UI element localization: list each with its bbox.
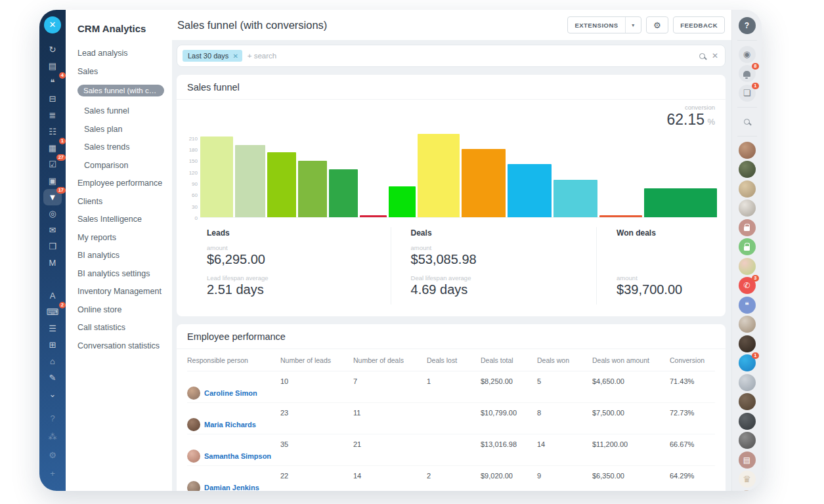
- automation-target-rail-item[interactable]: ◎: [43, 205, 62, 222]
- devices-rail-item[interactable]: ⌨ 2: [43, 304, 62, 320]
- column-header[interactable]: Responsible person: [187, 356, 280, 364]
- nav-item-sales-plan[interactable]: Sales plan: [84, 125, 167, 134]
- funnel-bar[interactable]: [418, 134, 460, 217]
- copilot-icon[interactable]: ◉: [739, 46, 756, 63]
- search-input[interactable]: + search: [248, 52, 699, 60]
- feedback-button[interactable]: FEEDBACK: [673, 16, 725, 33]
- column-header[interactable]: Number of deals: [353, 356, 427, 364]
- column-header[interactable]: Deals won: [537, 356, 592, 364]
- mail-rail-item[interactable]: ✉: [43, 222, 62, 238]
- group-chat-icon[interactable]: ❝: [739, 297, 756, 314]
- chat-icon[interactable]: ❏1: [739, 85, 756, 102]
- avatar[interactable]: [739, 180, 756, 198]
- nav-item-call-statistics[interactable]: Call statistics: [77, 323, 167, 332]
- person-link[interactable]: Maria Richards: [204, 421, 256, 429]
- avatar[interactable]: [739, 316, 756, 333]
- avatar[interactable]: [739, 258, 756, 275]
- sign-rail-item[interactable]: ❒: [43, 238, 62, 255]
- chip-close-icon[interactable]: ✕: [232, 52, 238, 60]
- documents-rail-item[interactable]: ≣: [43, 107, 62, 123]
- funnel-bar[interactable]: [200, 136, 233, 217]
- nav-item-lead-analysis[interactable]: Lead analysis: [77, 49, 167, 58]
- funnel-bar[interactable]: [389, 186, 416, 217]
- column-header[interactable]: Deals lost: [427, 356, 481, 364]
- column-header[interactable]: Deals won amount: [592, 356, 670, 364]
- settings-button[interactable]: ⚙: [646, 16, 668, 33]
- private-chat-lock-icon[interactable]: [739, 219, 756, 236]
- funnel-bar[interactable]: [360, 215, 387, 217]
- funnel-bar[interactable]: [329, 169, 358, 217]
- nav-item-clients[interactable]: Clients: [77, 197, 167, 206]
- private-chat-lock-icon[interactable]: [739, 238, 756, 255]
- column-header[interactable]: Deals total: [481, 356, 537, 364]
- column-header[interactable]: Conversion: [670, 356, 715, 364]
- market-rail-item[interactable]: M: [43, 255, 62, 271]
- extensions-button[interactable]: EXTENSIONS ▼: [567, 16, 641, 33]
- nav-item-inventory-management[interactable]: Inventory Management: [77, 287, 167, 296]
- avatar[interactable]: [739, 490, 756, 492]
- filter-chip[interactable]: Last 30 days ✕: [183, 50, 242, 62]
- collapse-rail-item[interactable]: ⌄: [43, 386, 62, 402]
- avatar[interactable]: [739, 374, 756, 391]
- avatar[interactable]: [739, 413, 756, 430]
- person-link[interactable]: Damian Jenkins: [204, 484, 259, 492]
- avatar[interactable]: [739, 200, 756, 217]
- chevron-down-icon[interactable]: ▼: [625, 17, 641, 33]
- funnel-bar[interactable]: [298, 161, 327, 217]
- funnel-bar[interactable]: [599, 215, 642, 217]
- nav-item-comparison[interactable]: Comparison: [84, 161, 167, 170]
- messenger-rail-item[interactable]: ❝ 4: [43, 74, 62, 91]
- avatar[interactable]: [739, 142, 756, 159]
- sites-code-rail-item[interactable]: [43, 271, 62, 287]
- live-feed-rail-item[interactable]: ▤: [43, 58, 62, 74]
- workgroups-rail-item[interactable]: ☷: [43, 123, 62, 140]
- funnel-bar[interactable]: [235, 145, 265, 217]
- column-header[interactable]: Number of leads: [280, 356, 353, 364]
- settings-sliders-rail-item[interactable]: ☰: [43, 320, 62, 337]
- avatar[interactable]: [739, 161, 756, 178]
- search-icon[interactable]: [739, 113, 756, 130]
- nav-item-bi-analytics[interactable]: BI analytics: [77, 251, 167, 260]
- settings-gear-rail-item[interactable]: ⚙: [43, 447, 62, 463]
- nav-item-sales-intelligence[interactable]: Sales Intelligence: [77, 215, 167, 224]
- pulse-rail-item[interactable]: ↻: [43, 41, 62, 58]
- crm-funnel-rail-item[interactable]: ▼ 17: [43, 189, 62, 205]
- add-rail-item[interactable]: +: [43, 465, 62, 482]
- nav-item-my-reports[interactable]: My reports: [77, 233, 167, 242]
- nav-item-bi-analytics-settings[interactable]: BI analytics settings: [77, 269, 167, 278]
- search-icon[interactable]: [699, 53, 705, 59]
- helpdesk-button[interactable]: ?: [739, 17, 756, 34]
- nav-item-employee-performance[interactable]: Employee performance: [77, 178, 167, 188]
- structure-rail-item[interactable]: ⁂: [43, 429, 62, 445]
- sign-document-rail-item[interactable]: ✎: [43, 369, 62, 386]
- statue-sticker[interactable]: ♛: [739, 471, 756, 488]
- tasks-rail-item[interactable]: ☑ 27: [43, 156, 62, 173]
- filter-search-bar[interactable]: Last 30 days ✕ + search ✕: [177, 45, 726, 67]
- funnel-bar[interactable]: [553, 180, 597, 217]
- avatar[interactable]: 1: [739, 354, 756, 371]
- nav-item-conversation-statistics[interactable]: Conversation statistics: [77, 341, 167, 350]
- avatar[interactable]: [739, 335, 756, 352]
- help-rail-item[interactable]: ?: [43, 410, 62, 427]
- close-button[interactable]: ✕: [44, 16, 61, 33]
- store-cart-rail-item[interactable]: ⊞: [43, 337, 62, 353]
- funnel-bar[interactable]: [462, 149, 506, 217]
- card-channel-icon[interactable]: ▤: [739, 452, 756, 469]
- nav-item-online-store[interactable]: Online store: [77, 305, 167, 314]
- nav-item-sales-funnel[interactable]: Sales funnel: [84, 106, 167, 116]
- notifications-bell-icon[interactable]: 8: [739, 65, 756, 82]
- avatar[interactable]: [739, 393, 756, 410]
- person-link[interactable]: Samantha Simpson: [204, 452, 271, 460]
- funnel-bar[interactable]: [644, 188, 717, 217]
- avatar[interactable]: [739, 432, 756, 449]
- funnel-bar[interactable]: [508, 164, 552, 217]
- ai-rail-item[interactable]: A: [43, 287, 62, 304]
- nav-item-sales-funnel-with-con[interactable]: Sales funnel (with con...: [77, 85, 164, 96]
- nav-item-sales-trends[interactable]: Sales trends: [84, 142, 167, 152]
- company-rail-item[interactable]: ⌂: [43, 353, 62, 369]
- calls-phone-icon[interactable]: ✆3: [739, 277, 756, 294]
- funnel-bar[interactable]: [267, 152, 296, 217]
- nav-item-sales[interactable]: Sales: [77, 67, 167, 76]
- clear-search-icon[interactable]: ✕: [712, 51, 718, 60]
- person-link[interactable]: Caroline Simon: [204, 389, 257, 397]
